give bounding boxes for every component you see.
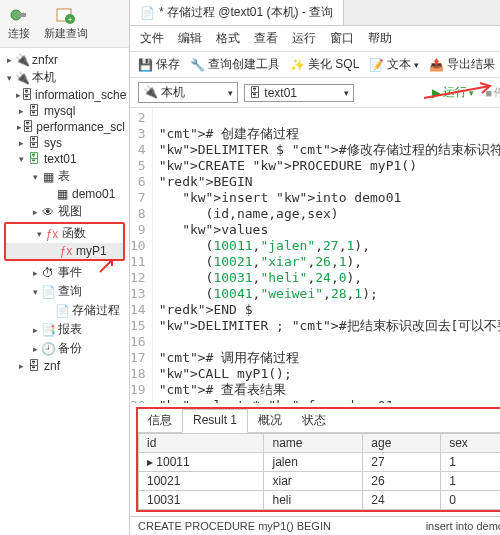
connect-label: 连接 <box>8 26 30 41</box>
svg-point-0 <box>11 10 21 20</box>
menu-edit[interactable]: 编辑 <box>178 30 202 47</box>
tab-status[interactable]: 状态 <box>292 409 336 432</box>
save-button[interactable]: 💾保存 <box>138 56 180 73</box>
cell[interactable]: 26 <box>363 472 441 491</box>
tab-result1[interactable]: Result 1 <box>182 409 248 433</box>
cell[interactable]: 24 <box>363 491 441 510</box>
connection-row: 🔌 本机▾ 🗄 text01▾ ▶运行▾ ■停止 <box>130 78 500 108</box>
table-row[interactable]: ▸ 10011jalen271 <box>139 453 501 472</box>
run-button[interactable]: ▶运行▾ <box>432 84 474 101</box>
query-icon: 📄 <box>54 304 70 318</box>
db-icon: 🔌 <box>14 53 30 67</box>
tab-title: * 存储过程 @text01 (本机) - 查询 <box>159 4 333 21</box>
cell[interactable]: heli <box>264 491 363 510</box>
cell[interactable]: jalen <box>264 453 363 472</box>
sql-editor[interactable]: 234567891011121314151617181920 "cmt"># 创… <box>130 108 500 403</box>
tree-item-perf-schema[interactable]: ▸🗄performance_scl <box>2 119 127 135</box>
beautify-icon: ✨ <box>290 58 305 72</box>
view-icon: 👁 <box>40 205 56 219</box>
line-gutter: 234567891011121314151617181920 <box>130 108 153 403</box>
tree-item-text01[interactable]: ▾🗄text01 <box>2 151 127 167</box>
cell[interactable]: 27 <box>363 453 441 472</box>
tree-item-tables[interactable]: ▾▦表 <box>2 167 127 186</box>
menu-window[interactable]: 窗口 <box>330 30 354 47</box>
status-bar: CREATE PROCEDURE myP1() BEGIN insert int… <box>130 516 500 535</box>
col-header[interactable]: age <box>363 434 441 453</box>
database-icon: 🗄 <box>21 88 33 102</box>
tab-info[interactable]: 信息 <box>138 409 182 432</box>
menu-run[interactable]: 运行 <box>292 30 316 47</box>
play-icon: ▶ <box>432 86 441 100</box>
tab-query[interactable]: 📄 * 存储过程 @text01 (本机) - 查询 <box>130 0 344 25</box>
tree-item-mysql[interactable]: ▸🗄mysql <box>2 103 127 119</box>
tree-item-demo01[interactable]: ▦demo01 <box>2 186 127 202</box>
svg-text:+: + <box>68 15 73 24</box>
builder-button[interactable]: 🔧查询创建工具 <box>190 56 280 73</box>
menu-view[interactable]: 查看 <box>254 30 278 47</box>
builder-icon: 🔧 <box>190 58 205 72</box>
database-icon: 🗄 <box>26 152 42 166</box>
result-panel: 信息 Result 1 概况 状态 idnameagesex ▸ 10011ja… <box>136 407 500 512</box>
editor-toolbar: 💾保存 🔧查询创建工具 ✨美化 SQL 📝文本▾ 📤导出结果 <box>130 52 500 78</box>
text-button[interactable]: 📝文本▾ <box>369 56 419 73</box>
cell[interactable]: xiar <box>264 472 363 491</box>
function-icon: ƒx <box>44 227 60 241</box>
connection-tree: ▸🔌znfxr ▾🔌本机 ▸🗄information_sche ▸🗄mysql … <box>0 48 129 535</box>
database-icon: 🗄 <box>26 104 42 118</box>
plug-icon <box>8 6 30 24</box>
text-icon: 📝 <box>369 58 384 72</box>
query-icon: 📄 <box>140 6 155 20</box>
col-header[interactable]: sex <box>441 434 500 453</box>
code-area[interactable]: "cmt"># 创建存储过程 "kw">DELIMITER $ "cmt">#修… <box>153 108 500 403</box>
left-panel: 连接 + 新建查询 ▸🔌znfxr ▾🔌本机 ▸🗄information_sch… <box>0 0 130 535</box>
export-icon: 📤 <box>429 58 444 72</box>
cell[interactable]: 10021 <box>139 472 264 491</box>
report-icon: 📑 <box>40 323 56 337</box>
db-icon: 🔌 <box>14 71 30 85</box>
tree-item-views[interactable]: ▸👁视图 <box>2 202 127 221</box>
tree-item-sys[interactable]: ▸🗄sys <box>2 135 127 151</box>
tree-item-backup[interactable]: ▸🕘备份 <box>2 339 127 358</box>
menu-help[interactable]: 帮助 <box>368 30 392 47</box>
database-icon: 🗄 <box>26 359 42 373</box>
host-combo[interactable]: 🔌 本机▾ <box>138 82 238 103</box>
stop-icon: ■ <box>486 87 493 99</box>
col-header[interactable]: id <box>139 434 264 453</box>
database-icon: 🗄 <box>22 120 34 134</box>
table-row[interactable]: 10021xiar261 <box>139 472 501 491</box>
cell[interactable]: ▸ 10011 <box>139 453 264 472</box>
stop-button: ■停止 <box>486 85 500 100</box>
tab-overview[interactable]: 概况 <box>248 409 292 432</box>
cell[interactable]: 10031 <box>139 491 264 510</box>
tree-item-reports[interactable]: ▸📑报表 <box>2 320 127 339</box>
tree-item-queries[interactable]: ▾📄查询 <box>2 282 127 301</box>
menu-file[interactable]: 文件 <box>140 30 164 47</box>
menu-format[interactable]: 格式 <box>216 30 240 47</box>
table-row[interactable]: 10031heli240 <box>139 491 501 510</box>
backup-icon: 🕘 <box>40 342 56 356</box>
tree-item-znf[interactable]: ▸🗄znf <box>2 358 127 374</box>
tree-item-stored-proc[interactable]: 📄存储过程 <box>2 301 127 320</box>
cell[interactable]: 1 <box>441 453 500 472</box>
cell[interactable]: 0 <box>441 491 500 510</box>
col-header[interactable]: name <box>264 434 363 453</box>
tree-item-functions[interactable]: ▾ƒx函数 <box>6 224 123 243</box>
result-tabs: 信息 Result 1 概况 状态 <box>138 409 500 433</box>
status-right: insert into demo01 <box>426 520 500 532</box>
status-left: CREATE PROCEDURE myP1() BEGIN <box>138 520 331 532</box>
cell[interactable]: 1 <box>441 472 500 491</box>
table-icon: ▦ <box>54 187 70 201</box>
connect-button[interactable]: 连接 <box>8 6 30 41</box>
new-query-button[interactable]: + 新建查询 <box>44 6 88 41</box>
export-button[interactable]: 📤导出结果 <box>429 56 495 73</box>
tree-item-info-schema[interactable]: ▸🗄information_sche <box>2 87 127 103</box>
result-table[interactable]: idnameagesex ▸ 10011jalen27110021xiar261… <box>138 433 500 510</box>
db-combo[interactable]: 🗄 text01▾ <box>244 84 354 102</box>
beautify-button[interactable]: ✨美化 SQL <box>290 56 359 73</box>
save-icon: 💾 <box>138 58 153 72</box>
main-toolbar: 连接 + 新建查询 <box>0 0 129 48</box>
tree-item-local[interactable]: ▾🔌本机 <box>2 68 127 87</box>
new-query-label: 新建查询 <box>44 26 88 41</box>
editor-tabs: 📄 * 存储过程 @text01 (本机) - 查询 <box>130 0 500 26</box>
tree-item-znfxr[interactable]: ▸🔌znfxr <box>2 52 127 68</box>
